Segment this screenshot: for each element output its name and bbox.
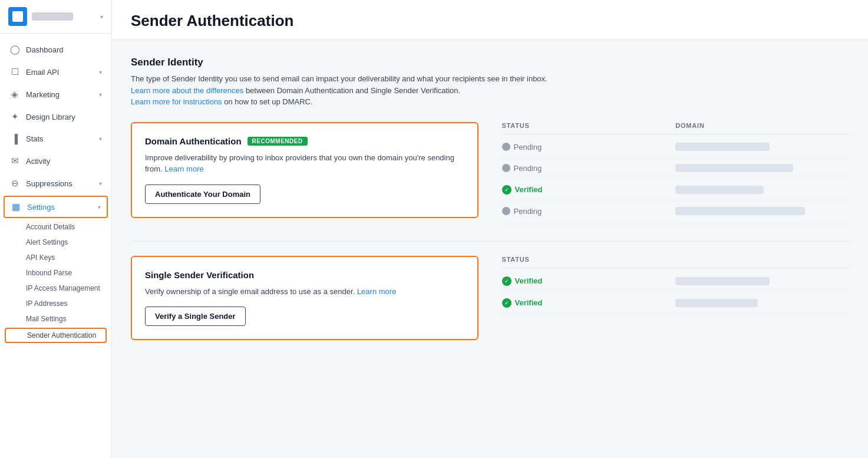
domain-cell [675,299,849,307]
recommended-badge: RECOMMENDED [247,137,308,146]
sidebar-item-sender-authentication[interactable]: Sender Authentication [5,328,107,343]
sidebar-item-suppressions[interactable]: ⊖ Suppressions ▾ [0,172,111,195]
status-cell: ✓ Verified [502,185,676,195]
sidebar-item-api-keys[interactable]: API Keys [0,250,111,265]
verify-single-sender-button[interactable]: Verify a Single Sender [145,307,246,326]
design-library-icon: ✦ [9,111,20,122]
status-label: Verified [515,185,543,194]
sidebar-item-ip-access-management[interactable]: IP Access Management [0,281,111,296]
single-sender-row: Single Sender Verification Verify owners… [131,256,849,341]
suppressions-icon: ⊖ [9,178,20,189]
settings-icon: ▦ [11,202,21,212]
dashboard-icon: ◯ [9,44,20,55]
status-header: STATUS DOMAIN [502,122,850,134]
status-cell: Pending [502,164,676,173]
sender-identity-desc: The type of Sender Identity you use to s… [131,73,849,108]
table-row: Pending [502,137,850,158]
sidebar-item-alert-settings[interactable]: Alert Settings [0,235,111,250]
learn-more-link-2[interactable]: Learn more for instructions [131,97,222,106]
sidebar-item-label: Activity [26,157,50,166]
status-header: STATUS [502,256,850,268]
main-content: Sender Authentication Sender Identity Th… [112,0,868,458]
page-header: Sender Authentication [112,0,868,40]
account-name [32,12,73,21]
email-api-icon: ☐ [9,67,20,77]
sidebar-item-inbound-parse[interactable]: Inbound Parse [0,265,111,281]
sidebar-item-label: Settings [27,203,55,212]
sender-identity-section: Sender Identity The type of Sender Ident… [131,57,849,108]
settings-section: ▦ Settings ▾ [4,196,108,218]
domain-status-table: STATUS DOMAIN Pending Pending ✓ [502,122,850,222]
sidebar-item-ip-addresses[interactable]: IP Addresses [0,296,111,311]
single-sender-title: Single Sender Verification [145,270,254,280]
sidebar-item-dashboard[interactable]: ◯ Dashboard [0,38,111,61]
chevron-icon: ▾ [98,204,101,210]
pending-icon [502,143,510,151]
verified-icon: ✓ [502,276,511,286]
domain-value [675,164,793,172]
sidebar-item-label: Email API [26,68,59,77]
sidebar-item-label: Design Library [26,113,75,121]
status-column-header: STATUS [502,256,676,263]
sidebar: ▾ ◯ Dashboard ☐ Email API ▾ ◈ Marketing … [0,0,112,458]
chevron-icon: ▾ [99,91,102,98]
domain-column-header: DOMAIN [675,122,849,129]
sidebar-item-activity[interactable]: ✉ Activity [0,150,111,172]
table-row: ✓ Verified [502,292,850,314]
table-row: Pending [502,158,850,179]
authenticate-domain-button[interactable]: Authenticate Your Domain [145,184,260,204]
status-cell: Pending [502,143,676,151]
domain-value [675,207,805,215]
stats-icon: ▐ [9,134,20,144]
sidebar-item-label: Dashboard [26,45,64,54]
domain-cell [675,277,849,285]
single-sender-desc: Verify ownership of a single email addre… [145,286,464,298]
sidebar-item-mail-settings[interactable]: Mail Settings [0,311,111,327]
single-sender-learn-more[interactable]: Learn more [357,287,396,296]
sidebar-item-marketing[interactable]: ◈ Marketing ▾ [0,83,111,106]
sidebar-logo[interactable]: ▾ [0,0,111,34]
single-sender-status-rows: ✓ Verified ✓ Verified [502,271,850,314]
card-header: Single Sender Verification [145,270,464,280]
status-cell: ✓ Verified [502,276,676,286]
sidebar-item-email-api[interactable]: ☐ Email API ▾ [0,61,111,83]
section-divider [131,241,849,242]
logo-icon [8,7,27,26]
sidebar-item-stats[interactable]: ▐ Stats ▾ [0,128,111,150]
domain-cell [675,143,849,151]
card-header: Domain Authentication RECOMMENDED [145,136,464,146]
pending-icon [502,164,510,172]
status-label: Pending [514,143,542,151]
domain-column-header [675,256,849,263]
chevron-icon: ▾ [99,180,102,187]
pending-icon [502,207,510,215]
sidebar-item-design-library[interactable]: ✦ Design Library [0,106,111,128]
page-title: Sender Authentication [131,12,849,30]
account-chevron-icon: ▾ [100,14,103,20]
status-label: Pending [514,207,542,216]
domain-auth-learn-more[interactable]: Learn more [164,164,203,173]
sidebar-item-settings[interactable]: ▦ Settings ▾ [5,197,107,217]
domain-cell [675,164,849,172]
sender-identity-title: Sender Identity [131,57,849,68]
domain-value [675,186,764,194]
status-cell: Pending [502,207,676,216]
sidebar-item-label: Stats [26,134,44,143]
domain-cell [675,186,849,194]
table-row: ✓ Verified [502,271,850,292]
settings-sub-nav: Account Details Alert Settings API Keys … [0,219,111,349]
status-label: Pending [514,164,542,173]
marketing-icon: ◈ [9,89,20,100]
status-label: Verified [515,276,543,285]
domain-status-rows: Pending Pending ✓ Verified [502,137,850,222]
single-sender-status-table: STATUS ✓ Verified ✓ Verified [502,256,850,314]
chevron-icon: ▾ [99,136,102,142]
domain-value [675,143,770,151]
domain-cell [675,207,849,215]
sidebar-item-label: Marketing [26,90,60,99]
single-sender-card: Single Sender Verification Verify owners… [131,256,478,341]
learn-more-link-1[interactable]: Learn more about the differences [131,86,243,95]
status-column-header: STATUS [502,122,676,129]
sidebar-item-account-details[interactable]: Account Details [0,219,111,235]
domain-auth-title: Domain Authentication [145,136,242,146]
